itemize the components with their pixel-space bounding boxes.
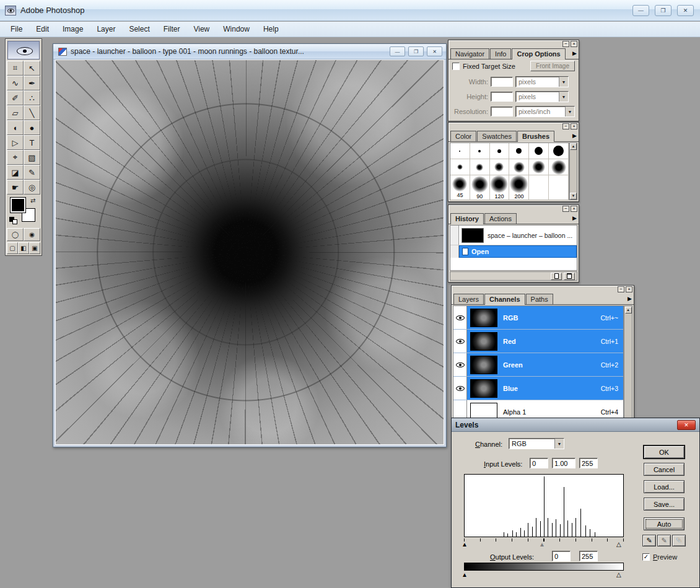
palette-close-button[interactable]: × — [571, 123, 577, 129]
history-state-row[interactable]: Open — [450, 245, 577, 258]
gray-point-eyedropper[interactable]: ✎ — [657, 535, 671, 546]
tab-channels[interactable]: Channels — [484, 294, 525, 305]
gradient-tool[interactable]: ▧ — [24, 150, 40, 165]
quick-mask-button[interactable]: ◉ — [24, 228, 40, 241]
input-gamma-field[interactable] — [552, 458, 575, 468]
palette-close-button[interactable]: × — [626, 286, 632, 292]
save-button[interactable]: Save... — [644, 498, 685, 511]
history-palette-caption[interactable]: − × — [448, 205, 579, 213]
visibility-cell[interactable] — [453, 330, 467, 353]
brush-preset[interactable] — [470, 143, 490, 159]
full-screen-button[interactable]: ▣ — [29, 242, 40, 254]
height-input[interactable] — [491, 92, 513, 102]
foreground-color-swatch[interactable] — [11, 198, 25, 213]
palette-minimize-button[interactable]: − — [618, 286, 624, 292]
airbrush-tool[interactable]: ∴ — [24, 90, 40, 105]
tab-paths[interactable]: Paths — [526, 294, 553, 304]
channel-row-blue[interactable]: Blue Ctrl+3 — [453, 377, 623, 400]
new-snapshot-button[interactable] — [551, 273, 562, 280]
auto-button[interactable]: Auto — [644, 517, 685, 530]
standard-mode-button[interactable]: ◯ — [7, 228, 24, 241]
brush-preset[interactable] — [450, 159, 470, 175]
input-shadow-slider[interactable]: ▲ — [462, 542, 468, 548]
menubar-screen-button[interactable]: ◧ — [18, 242, 29, 254]
brush-preset[interactable] — [509, 159, 529, 175]
resolution-unit-select[interactable]: pixels/inch ▼ — [515, 106, 575, 117]
visibility-cell[interactable] — [453, 377, 467, 400]
document-minimize-button[interactable]: — — [390, 46, 405, 56]
direct-select-tool[interactable]: ▷ — [7, 135, 24, 150]
brush-preset[interactable] — [470, 159, 490, 175]
crop-palette-caption[interactable]: − × — [448, 40, 579, 48]
menu-window[interactable]: Window — [216, 22, 256, 36]
brushes-palette-caption[interactable]: − × — [448, 123, 579, 130]
default-colors-icon[interactable] — [9, 217, 18, 224]
black-point-eyedropper[interactable]: ✎ — [642, 535, 656, 546]
delete-state-button[interactable] — [564, 273, 575, 280]
palette-menu-arrow-icon[interactable]: ▶ — [572, 215, 577, 221]
hand-tool[interactable]: ☛ — [7, 180, 24, 195]
paint-bucket-tool[interactable]: ◪ — [7, 165, 24, 180]
visibility-cell[interactable] — [453, 306, 467, 329]
brush-preset[interactable] — [549, 175, 569, 200]
menu-layer[interactable]: Layer — [90, 22, 122, 36]
app-titlebar[interactable]: Adobe Photoshop — ❐ ✕ — [0, 0, 700, 21]
dodge-tool[interactable]: ◖ — [7, 120, 24, 135]
standard-screen-button[interactable]: ▢ — [7, 242, 18, 254]
canvas-image[interactable] — [56, 60, 444, 444]
history-brush-well[interactable] — [450, 245, 459, 258]
menu-edit[interactable]: Edit — [29, 22, 56, 36]
eyedropper-tool[interactable]: ✎ — [24, 165, 40, 180]
brush-preset[interactable] — [490, 143, 510, 159]
document-close-button[interactable]: ✕ — [427, 46, 442, 56]
output-highlight-slider[interactable]: △ — [616, 572, 621, 578]
tab-info[interactable]: Info — [490, 48, 511, 59]
white-point-eyedropper[interactable]: ✎ — [672, 535, 686, 546]
load-button[interactable]: Load... — [644, 480, 685, 493]
palette-close-button[interactable]: × — [571, 41, 577, 47]
brush-preset[interactable] — [549, 159, 569, 175]
menu-file[interactable]: File — [4, 22, 29, 36]
menu-view[interactable]: View — [186, 22, 216, 36]
preview-checkbox[interactable]: ✓ — [642, 553, 650, 561]
tab-navigator[interactable]: Navigator — [450, 48, 489, 59]
measure-tool[interactable]: ⌖ — [7, 150, 24, 165]
blur-tool[interactable]: ● — [24, 120, 40, 135]
cancel-button[interactable]: Cancel — [644, 463, 685, 476]
tab-actions[interactable]: Actions — [484, 213, 517, 224]
palette-minimize-button[interactable]: − — [562, 41, 569, 47]
tab-crop-options[interactable]: Crop Options — [512, 48, 565, 59]
front-image-button[interactable]: Front Image — [530, 61, 575, 71]
input-high-field[interactable] — [579, 458, 598, 468]
levels-close-button[interactable]: ✕ — [677, 420, 696, 430]
brush-preset[interactable] — [490, 159, 510, 175]
resolution-input[interactable] — [491, 107, 513, 116]
tab-brushes[interactable]: Brushes — [517, 131, 554, 142]
scroll-up-icon[interactable]: ▲ — [625, 307, 632, 314]
height-unit-dropdown-icon[interactable]: ▼ — [559, 92, 568, 102]
zoom-tool[interactable]: ◎ — [24, 180, 40, 195]
tab-swatches[interactable]: Swatches — [477, 131, 517, 141]
brush-preset[interactable] — [529, 159, 549, 175]
brush-preset[interactable] — [529, 175, 549, 200]
menu-help[interactable]: Help — [256, 22, 286, 36]
swap-colors-icon[interactable]: ⇄ — [30, 197, 35, 204]
menu-filter[interactable]: Filter — [157, 22, 187, 36]
channel-row-rgb[interactable]: RGB Ctrl+~ — [453, 306, 623, 330]
brush-preset[interactable] — [549, 143, 569, 159]
width-unit-dropdown-icon[interactable]: ▼ — [559, 77, 568, 87]
menu-image[interactable]: Image — [56, 22, 90, 36]
input-low-field[interactable] — [530, 458, 548, 468]
brush-preset[interactable]: 45 — [450, 175, 470, 200]
visibility-cell[interactable] — [453, 353, 467, 376]
minimize-button[interactable]: — — [632, 5, 649, 16]
line-tool[interactable]: ╲ — [24, 105, 40, 120]
history-state-selected[interactable]: Open — [459, 245, 577, 258]
lasso-tool[interactable]: ∿ — [7, 76, 24, 90]
brush-preset[interactable]: 90 — [470, 175, 490, 200]
fixed-target-size-checkbox[interactable] — [452, 63, 460, 70]
input-highlight-slider[interactable]: △ — [616, 542, 621, 548]
scroll-down-icon[interactable]: ▼ — [570, 193, 577, 200]
input-midtone-slider[interactable]: ▲ — [539, 542, 545, 548]
tab-color[interactable]: Color — [450, 131, 476, 141]
